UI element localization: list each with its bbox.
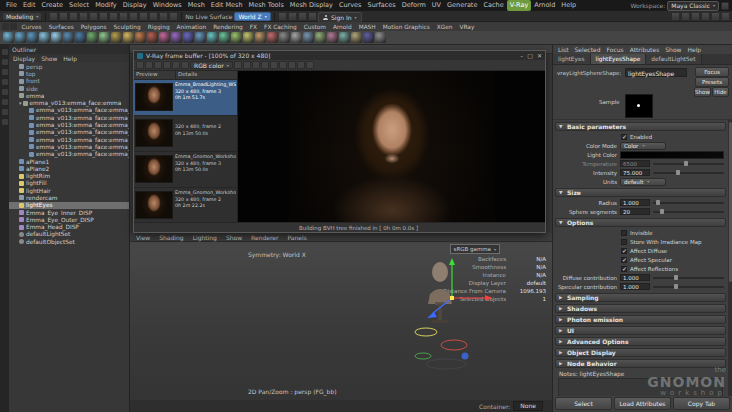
menu-item[interactable]: Edit — [20, 0, 39, 11]
attribute-editor-menu-item[interactable]: Selected — [575, 46, 601, 53]
rig-base-circle[interactable] — [426, 359, 466, 369]
redo-icon[interactable] — [89, 12, 98, 21]
shelf-tool-icon[interactable] — [75, 32, 86, 43]
uv-editor-icon[interactable] — [681, 12, 690, 21]
snap-to-points-icon[interactable] — [149, 12, 158, 21]
select-by-hierarchy-icon[interactable] — [99, 12, 108, 21]
region-render-icon[interactable] — [181, 61, 189, 69]
section-header-options[interactable]: Options — [555, 218, 726, 227]
temperature-slider[interactable] — [653, 160, 724, 167]
notes-field[interactable] — [558, 378, 723, 396]
history-entry[interactable]: Emma_Gnomon_Workshop... 320 x 480, frame… — [134, 188, 237, 222]
light-control-circle-yellow[interactable] — [415, 328, 437, 336]
outliner-item[interactable]: emma_v013:emma_face:emma_hairmass — [9, 136, 129, 143]
menu-item[interactable]: Mesh Tools — [246, 0, 287, 11]
bust-head[interactable] — [432, 262, 448, 282]
contribution-slider[interactable] — [653, 283, 724, 290]
history-entry[interactable]: 320 x 480, frame 2 0h 13m 50.0s — [134, 116, 237, 152]
shelf-tab[interactable]: FX Caching — [261, 24, 301, 30]
attribute-editor-menu-item[interactable]: Attributes — [630, 46, 660, 53]
alpha-channel-icon[interactable] — [261, 61, 269, 69]
enabled-checkbox[interactable] — [621, 134, 627, 140]
shelf-tool-icon[interactable] — [231, 32, 242, 43]
hide-button[interactable]: Hide — [712, 87, 729, 97]
menu-item[interactable]: Display — [120, 0, 150, 11]
sphere-segments-slider[interactable] — [653, 208, 724, 215]
tool-settings-icon[interactable] — [711, 12, 720, 21]
outliner-item[interactable]: lightRim — [9, 172, 129, 179]
radius-field[interactable]: 1.000 — [620, 199, 650, 206]
menu-item[interactable]: Curves — [336, 0, 365, 11]
select-by-component-icon[interactable] — [119, 12, 128, 21]
sphere-segments-field[interactable]: 20 — [620, 208, 650, 215]
workspace-options-icon[interactable] — [721, 2, 729, 10]
section-header-basic[interactable]: Basic parameters — [555, 122, 726, 131]
workspace-dropdown[interactable]: Maya Classic ▾ — [667, 1, 719, 11]
move-manipulator-y-arrow[interactable] — [449, 258, 455, 265]
attribute-editor-menu-item[interactable]: List — [558, 46, 569, 53]
shelf-tool-icon[interactable] — [63, 32, 74, 43]
make-live-icon[interactable] — [169, 12, 178, 21]
attribute-editor-icon[interactable] — [701, 12, 710, 21]
preview-column-header[interactable]: Preview — [134, 71, 176, 79]
shelf-tab[interactable]: Sculpting — [110, 24, 144, 30]
outliner-item[interactable]: aPlane2 — [9, 165, 129, 172]
shelf-tool-icon[interactable] — [303, 32, 314, 43]
green-channel-icon[interactable] — [243, 61, 251, 69]
outliner-item[interactable]: top — [9, 70, 129, 77]
menu-item[interactable]: Mesh — [185, 0, 208, 11]
shelf-tool-icon[interactable] — [339, 32, 350, 43]
viewport-menu-item[interactable]: Renderer — [251, 234, 278, 241]
shelf-tool-icon[interactable] — [255, 32, 266, 43]
option-checkbox[interactable] — [621, 239, 627, 245]
light-sphere-blue[interactable] — [462, 353, 469, 360]
shelf-tab[interactable]: MASH — [355, 24, 379, 30]
outliner-item[interactable]: defaultObjectSet — [9, 238, 129, 245]
clear-image-icon[interactable] — [154, 61, 162, 69]
node-name-field[interactable]: lightEyesShape — [625, 68, 687, 77]
node-tab[interactable]: lightEyesShape — [591, 54, 647, 64]
intensity-field[interactable]: 75.000 — [620, 169, 650, 176]
vfb-titlebar[interactable]: V-Ray frame buffer - [100% of 320 x 480]… — [134, 51, 545, 60]
render-view-layout-icon[interactable] — [2, 89, 8, 95]
maximize-icon[interactable]: ▢ — [527, 52, 533, 59]
menu-item[interactable]: UV — [429, 0, 444, 11]
shelf-tool-icon[interactable] — [291, 32, 302, 43]
shelf-tab[interactable]: VRay — [456, 24, 478, 30]
scene-open-icon[interactable] — [59, 12, 68, 21]
shelf-tool-icon[interactable] — [147, 32, 158, 43]
outliner-item[interactable]: Emma_Head_DISP — [9, 224, 129, 231]
menu-item[interactable]: Generate — [444, 0, 480, 11]
footer-button[interactable]: Load Attributes — [614, 397, 671, 410]
open-render-view-icon[interactable] — [288, 12, 297, 21]
outliner-item[interactable]: defaultLightSet — [9, 231, 129, 238]
menu-item[interactable]: Edit Mesh — [208, 0, 246, 11]
attribute-editor-scrollbar[interactable] — [728, 120, 732, 396]
outliner-item[interactable]: emma_v013:emma_face:emma_hairband — [9, 121, 129, 128]
construction-history-icon[interactable] — [278, 12, 287, 21]
ipr-render-icon[interactable] — [308, 12, 317, 21]
custom-layout-icon[interactable] — [2, 99, 8, 105]
shelf-tool-icon[interactable] — [27, 32, 38, 43]
outliner-item[interactable]: side — [9, 85, 129, 92]
footer-button[interactable]: Select — [555, 397, 612, 410]
color-mode-dropdown[interactable]: Color ▾ — [620, 142, 666, 150]
outliner-item[interactable]: emma_v013:emma_face:emma_peachfuzz — [9, 151, 129, 158]
menu-item[interactable]: V-Ray — [507, 0, 532, 11]
outliner-item[interactable]: aPlane1 — [9, 158, 129, 165]
move-manipulator-center[interactable] — [450, 296, 454, 300]
shelf-tool-icon[interactable] — [267, 32, 278, 43]
footer-button[interactable]: Copy Tab — [673, 397, 730, 410]
viewport-menu-item[interactable]: Shading — [159, 234, 183, 241]
shelf-tool-icon[interactable] — [243, 32, 254, 43]
blue-channel-icon[interactable] — [252, 61, 260, 69]
shelf-tool-icon[interactable] — [219, 32, 230, 43]
light-control-circle-red[interactable] — [441, 340, 467, 350]
shelf-tool-icon[interactable] — [99, 32, 110, 43]
snap-to-view-planes-icon[interactable] — [159, 12, 168, 21]
shelf-tool-icon[interactable] — [51, 32, 62, 43]
shelf-tab[interactable]: Rendering — [210, 24, 247, 30]
red-channel-icon[interactable] — [234, 61, 242, 69]
bust-shoulders[interactable] — [428, 289, 452, 304]
hypershade-persp-layout-icon[interactable] — [2, 79, 8, 85]
